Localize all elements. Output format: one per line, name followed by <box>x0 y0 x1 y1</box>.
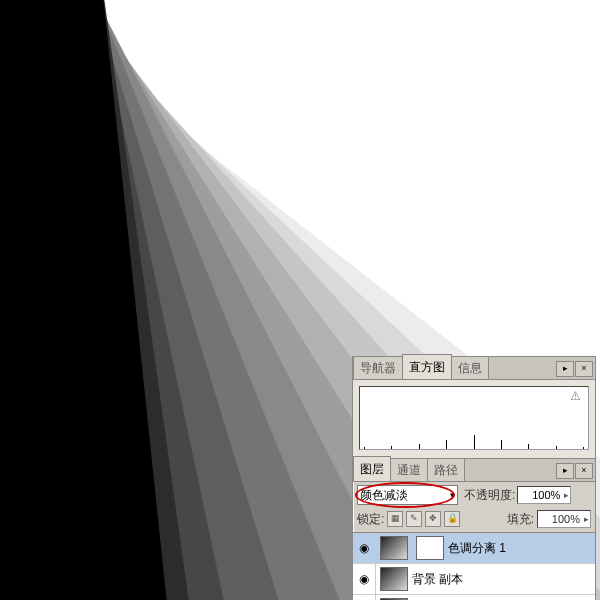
histogram-body: ⚠ <box>353 380 595 458</box>
blend-mode-select[interactable]: 颜色减淡 ▾ <box>357 485 458 505</box>
histogram-tick <box>419 444 420 449</box>
histogram-tick <box>474 435 475 449</box>
layer-row[interactable]: ◉色调分离 1 <box>353 533 595 564</box>
lock-transparent-icon[interactable]: ▦ <box>387 511 403 527</box>
layer-name[interactable]: 色调分离 1 <box>448 540 595 557</box>
histogram-range <box>359 450 589 452</box>
panels-container: 导航器直方图信息 ▸ × ⚠ 图层通道路径 ▸ × 颜色减淡 ▾ 不透明度: 1… <box>352 356 596 600</box>
watermark-top: PS教程论坛 BBS.16XX8.COM <box>497 4 592 36</box>
panel-menu-icon[interactable]: ▸ <box>556 463 574 479</box>
opacity-input[interactable]: 100% <box>517 486 571 504</box>
layer-mask-thumbnail[interactable] <box>416 536 444 560</box>
fill-input[interactable]: 100% <box>537 510 591 528</box>
panel-close-icon[interactable]: × <box>575 463 593 479</box>
lock-all-icon[interactable]: 🔒 <box>444 511 460 527</box>
chevron-down-icon: ▾ <box>450 490 455 500</box>
warning-icon[interactable]: ⚠ <box>570 389 584 403</box>
visibility-eye-icon[interactable]: ◉ <box>353 533 376 563</box>
histogram-tick <box>391 446 392 449</box>
histogram-tick <box>583 447 584 449</box>
tab-信息[interactable]: 信息 <box>451 356 489 379</box>
lock-label: 锁定: <box>357 511 384 528</box>
histogram-chart: ⚠ <box>359 386 589 450</box>
tab-导航器[interactable]: 导航器 <box>353 356 403 379</box>
visibility-eye-icon[interactable]: ◉ <box>353 564 376 594</box>
layers-tabs: 图层通道路径 ▸ × <box>353 458 595 482</box>
tab-通道[interactable]: 通道 <box>390 458 428 481</box>
blend-mode-value: 颜色减淡 <box>360 487 408 504</box>
blend-opacity-row: 颜色减淡 ▾ 不透明度: 100% <box>353 482 595 508</box>
histogram-tick <box>528 444 529 449</box>
layer-thumbnail[interactable] <box>380 536 408 560</box>
panel-close-icon[interactable]: × <box>575 361 593 377</box>
layer-name[interactable]: 背景 副本 <box>412 571 595 588</box>
lock-fill-row: 锁定: ▦ ✎ ✥ 🔒 填充: 100% <box>353 508 595 532</box>
layer-thumbnail[interactable] <box>380 567 408 591</box>
opacity-label: 不透明度: <box>464 487 515 504</box>
panel-menu-icon[interactable]: ▸ <box>556 361 574 377</box>
tab-路径[interactable]: 路径 <box>427 458 465 481</box>
histogram-tabs: 导航器直方图信息 ▸ × <box>353 357 595 380</box>
layer-row[interactable]: ◉背景 副本 <box>353 564 595 595</box>
histogram-tick <box>556 446 557 449</box>
tab-直方图[interactable]: 直方图 <box>402 354 452 379</box>
watermark-line2: BBS.16XX8.COM <box>497 20 592 36</box>
histogram-tick <box>446 440 447 449</box>
lock-pixels-icon[interactable]: ✎ <box>406 511 422 527</box>
lock-position-icon[interactable]: ✥ <box>425 511 441 527</box>
visibility-eye-icon[interactable]: ◉ <box>353 595 376 600</box>
histogram-tick <box>501 440 502 449</box>
layer-row[interactable]: ◉背景 <box>353 595 595 600</box>
histogram-tick <box>364 447 365 449</box>
fill-label: 填充: <box>507 511 534 528</box>
watermark-line1: PS教程论坛 <box>497 4 592 20</box>
tab-图层[interactable]: 图层 <box>353 456 391 481</box>
layers-list: ◉色调分离 1◉背景 副本◉背景 <box>353 532 595 600</box>
